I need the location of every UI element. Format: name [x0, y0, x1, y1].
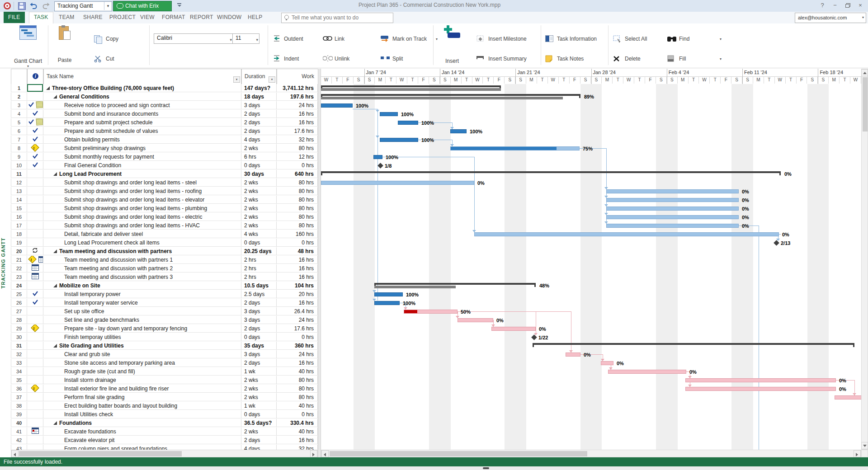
- indicator-cell[interactable]: [27, 118, 43, 127]
- table-row[interactable]: 4Submit bond and insurance documents2 da…: [11, 110, 318, 118]
- task-name-cell[interactable]: Team meeting and discussion with partner…: [43, 256, 241, 264]
- table-row[interactable]: 28Set line and grade benchmarks3 days24 …: [11, 316, 318, 324]
- duration-cell[interactable]: 2 hrs: [241, 256, 277, 264]
- row-number[interactable]: 16: [11, 213, 27, 221]
- table-row[interactable]: 38Erect building batter boards and layou…: [11, 402, 318, 410]
- indicator-cell[interactable]: [27, 333, 43, 341]
- indicator-cell[interactable]: [27, 204, 43, 212]
- row-number[interactable]: 4: [11, 110, 27, 118]
- row-number[interactable]: 18: [11, 230, 27, 238]
- task-name-cell[interactable]: Rough grade site (cut and fill): [43, 367, 241, 376]
- work-cell[interactable]: 3,741.12 hrs: [277, 84, 318, 92]
- task-bar[interactable]: [321, 103, 353, 108]
- task-bar[interactable]: [606, 189, 739, 193]
- table-row[interactable]: 41Excavate foundations2 wks40 hrs: [11, 428, 318, 436]
- summary-bar[interactable]: [321, 171, 781, 173]
- task-name-cell[interactable]: Submit shop drawings and order long lead…: [43, 204, 241, 212]
- indicator-cell[interactable]: [27, 316, 43, 324]
- work-cell[interactable]: 80 hrs: [277, 187, 318, 195]
- chat-with-erix-button[interactable]: Chat with Erix: [113, 1, 172, 11]
- row-number[interactable]: 6: [11, 127, 27, 135]
- work-cell[interactable]: 197.6 hrs: [277, 93, 318, 101]
- work-cell[interactable]: 80 hrs: [277, 385, 318, 393]
- row-number[interactable]: 29: [11, 324, 27, 333]
- table-row[interactable]: 18Detail, fabricate and deliver steel4 w…: [11, 230, 318, 239]
- summary-bar[interactable]: [374, 283, 536, 285]
- duration-cell[interactable]: 2 wks: [241, 179, 277, 187]
- indicator-cell[interactable]: !: [27, 256, 43, 264]
- table-row[interactable]: 31Site Grading and Utilities35 days360 h…: [11, 342, 318, 350]
- duration-cell[interactable]: 4 wks: [241, 230, 277, 238]
- task-name-cell[interactable]: Mobilize on Site: [43, 282, 241, 290]
- row-number[interactable]: 33: [11, 359, 27, 367]
- work-cell[interactable]: 16 hrs: [277, 299, 318, 307]
- task-bar[interactable]: [606, 198, 739, 202]
- work-cell[interactable]: 12 hrs: [277, 153, 318, 161]
- indicator-cell[interactable]: [27, 161, 43, 169]
- task-name-cell[interactable]: Set line and grade benchmarks: [43, 316, 241, 324]
- task-bar[interactable]: [458, 318, 493, 322]
- redo-button[interactable]: [42, 1, 51, 12]
- table-row[interactable]: 22Team meeting and discussion with partn…: [11, 264, 318, 273]
- row-number[interactable]: 21: [11, 256, 27, 264]
- work-cell[interactable]: 0 hrs: [277, 239, 318, 247]
- table-row[interactable]: 26Install temporary water service2 days1…: [11, 299, 318, 307]
- table-row[interactable]: 37Perform final site grading2 wks80 hrs: [11, 393, 318, 402]
- work-cell[interactable]: 40 hrs: [277, 428, 318, 436]
- task-name-cell[interactable]: Final General Condition: [43, 161, 241, 169]
- work-cell[interactable]: 17.6 hrs: [277, 324, 318, 333]
- scroll-right-button[interactable]: [854, 450, 861, 457]
- row-number[interactable]: 1: [11, 84, 27, 92]
- task-name-cell[interactable]: General Conditions: [43, 93, 241, 101]
- task-bar[interactable]: [606, 207, 739, 211]
- task-name-cell[interactable]: Obtain building permits: [43, 136, 241, 144]
- duration-cell[interactable]: 0 days: [241, 333, 277, 341]
- duration-cell[interactable]: 2 days: [241, 324, 277, 333]
- duration-cell[interactable]: 4 days: [241, 136, 277, 144]
- task-name-cell[interactable]: Submit shop drawings and order long lead…: [43, 221, 241, 230]
- work-cell[interactable]: 26.4 hrs: [277, 307, 318, 315]
- collapse-triangle-icon[interactable]: [53, 248, 59, 254]
- pane-splitter[interactable]: [318, 69, 321, 457]
- indicator-cell[interactable]: [27, 282, 43, 290]
- minimize-button[interactable]: −: [830, 1, 840, 9]
- row-number[interactable]: 17: [11, 221, 27, 230]
- duration-cell[interactable]: 147 days?: [241, 84, 277, 92]
- indicator-cell[interactable]: [27, 402, 43, 410]
- indicator-cell[interactable]: [27, 187, 43, 195]
- task-name-cell[interactable]: Long Lead Procurement check all items: [43, 239, 241, 247]
- row-number[interactable]: 43: [11, 445, 27, 450]
- save-button[interactable]: [18, 2, 26, 10]
- work-cell[interactable]: 16 hrs: [277, 273, 318, 281]
- task-name-cell[interactable]: Three-story Office Building (76,000 squa…: [43, 84, 241, 92]
- scroll-down-button[interactable]: [861, 442, 868, 449]
- task-name-cell[interactable]: Install temporary power: [43, 290, 241, 298]
- duration-cell[interactable]: 2 wks: [241, 187, 277, 195]
- collapse-triangle-icon[interactable]: [53, 282, 59, 289]
- task-name-cell[interactable]: Install temporary water service: [43, 299, 241, 307]
- table-row[interactable]: 13Submit shop drawings and order long le…: [11, 187, 318, 196]
- task-name-cell[interactable]: Submit bond and insurance documents: [43, 110, 241, 118]
- task-name-cell[interactable]: Submit shop drawings and order long lead…: [43, 187, 241, 195]
- duration-cell[interactable]: 1 wk: [241, 402, 277, 410]
- duration-cell[interactable]: 2 days: [241, 127, 277, 135]
- task-name-cell[interactable]: Install storm drainage: [43, 376, 241, 384]
- work-cell[interactable]: 32 hrs: [277, 445, 318, 450]
- task-bar[interactable]: [491, 327, 536, 331]
- duration-cell[interactable]: 0 days: [241, 239, 277, 247]
- work-cell[interactable]: 32 hrs: [277, 136, 318, 144]
- table-row[interactable]: 29!Prepare site - lay down yard and temp…: [11, 324, 318, 333]
- view-selector-dropdown[interactable]: Tracking Gantt ▾: [54, 1, 112, 11]
- indicator-cell[interactable]: [27, 436, 43, 444]
- table-row[interactable]: 9Submit monthly requests for payment6 hr…: [11, 153, 318, 161]
- work-cell[interactable]: 16 hrs: [277, 256, 318, 264]
- paste-button[interactable]: Paste: [51, 25, 79, 63]
- indicator-cell[interactable]: !: [27, 324, 43, 333]
- undo-button[interactable]: [29, 1, 38, 12]
- row-number[interactable]: 31: [11, 342, 27, 350]
- work-cell[interactable]: 40 hrs: [277, 402, 318, 410]
- work-cell[interactable]: 24 hrs: [277, 101, 318, 109]
- task-bar[interactable]: [374, 292, 403, 296]
- table-row[interactable]: 11Long Lead Procurement30 days640 hrs: [11, 170, 318, 179]
- task-bar[interactable]: [450, 146, 580, 150]
